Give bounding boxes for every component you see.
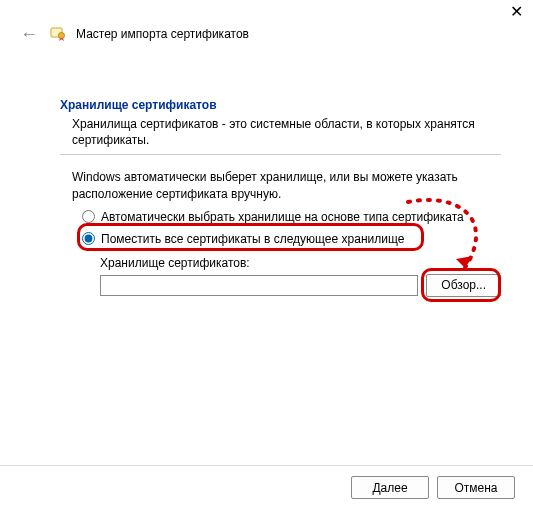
radio-group: Автоматически выбрать хранилище на основ… bbox=[60, 210, 501, 246]
content-area: Хранилище сертификатов Хранилища сертифи… bbox=[60, 98, 501, 297]
section-description: Хранилища сертификатов - это системные о… bbox=[60, 116, 501, 148]
footer-divider bbox=[0, 465, 533, 466]
footer: Далее Отмена bbox=[351, 476, 515, 499]
radio-auto[interactable] bbox=[82, 210, 95, 223]
wizard-window: ✕ ← Мастер импорта сертификатов Хранилищ… bbox=[0, 0, 533, 511]
certificate-icon bbox=[50, 26, 66, 42]
svg-point-1 bbox=[59, 33, 65, 39]
radio-manual[interactable] bbox=[82, 232, 95, 245]
instructions: Windows автоматически выберет хранилище,… bbox=[60, 169, 501, 201]
section-title: Хранилище сертификатов bbox=[60, 98, 501, 112]
section-divider bbox=[60, 154, 501, 155]
header: ← Мастер импорта сертификатов bbox=[18, 25, 515, 43]
browse-button[interactable]: Обзор... bbox=[426, 274, 501, 297]
close-button[interactable]: ✕ bbox=[510, 4, 523, 20]
cancel-button[interactable]: Отмена bbox=[437, 476, 515, 499]
wizard-title: Мастер импорта сертификатов bbox=[76, 27, 249, 41]
radio-manual-label[interactable]: Поместить все сертификаты в следующее хр… bbox=[101, 232, 404, 246]
store-input[interactable] bbox=[100, 275, 418, 296]
store-area: Хранилище сертификатов: Обзор... bbox=[60, 256, 501, 297]
store-label: Хранилище сертификатов: bbox=[100, 256, 501, 270]
next-button[interactable]: Далее bbox=[351, 476, 429, 499]
back-button[interactable]: ← bbox=[18, 25, 40, 43]
radio-auto-label[interactable]: Автоматически выбрать хранилище на основ… bbox=[101, 210, 464, 224]
